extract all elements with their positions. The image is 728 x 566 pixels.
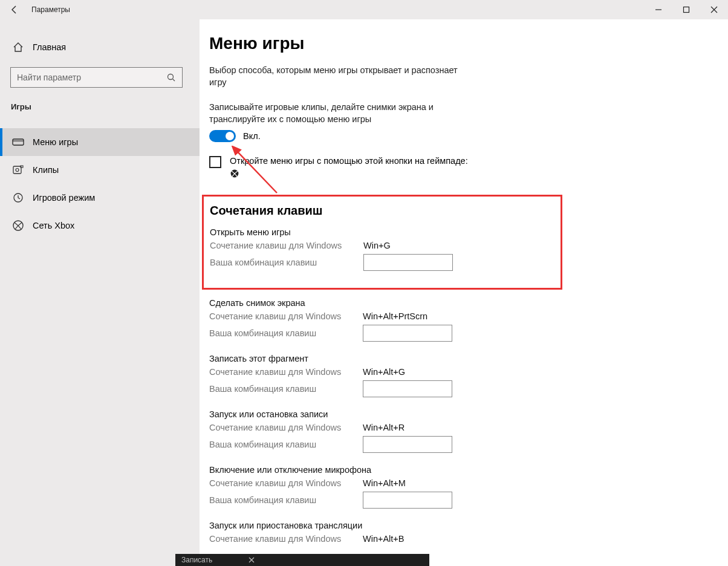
shortcut-custom-label: Ваша комбинация клавиш [209, 495, 363, 505]
shortcut-group-broadcast: Запуск или приостановка трансляции Сочет… [209, 521, 554, 544]
shortcut-custom-label: Ваша комбинация клавиш [210, 258, 363, 267]
gamebar-toggle-row: Вкл. [209, 130, 554, 142]
shortcut-windows-label: Сочетание клавиш для Windows [209, 423, 363, 432]
search-placeholder: Найти параметр [17, 73, 166, 82]
back-button[interactable] [0, 0, 29, 19]
close-button[interactable] [700, 0, 728, 19]
sidebar-item-clips[interactable]: Клипы [0, 156, 200, 184]
shortcut-custom-input[interactable] [363, 380, 452, 397]
search-icon [166, 73, 176, 82]
minimize-button[interactable] [645, 0, 672, 19]
taskbar-fragment: Записать [175, 554, 429, 566]
gamemode-icon [12, 192, 24, 204]
svg-rect-1 [684, 7, 689, 13]
titlebar: Параметры [0, 0, 728, 19]
shortcut-windows-value: Win+Alt+B [363, 534, 405, 544]
svg-rect-6 [13, 166, 21, 174]
shortcut-custom-input[interactable] [363, 492, 452, 509]
shortcut-group-open-gamebar: Открыть меню игры Сочетание клавиш для W… [210, 227, 552, 271]
shortcut-windows-value: Win+Alt+G [363, 367, 405, 377]
gamepad-open-row: Откройте меню игры с помощью этой кнопки… [209, 155, 554, 181]
taskbar-record-label: Записать [181, 556, 212, 564]
shortcut-windows-value: Win+Alt+M [363, 478, 406, 488]
shortcut-windows-label: Сочетание клавиш для Windows [209, 534, 363, 544]
sidebar-item-label: Игровой режим [33, 193, 95, 203]
shortcut-windows-label: Сочетание клавиш для Windows [210, 241, 363, 250]
xbox-gamepad-icon [230, 169, 239, 178]
shortcut-group-title: Запуск или остановка записи [209, 409, 554, 419]
intro-text: Выбор способа, которым меню игры открыва… [209, 64, 475, 89]
shortcut-custom-label: Ваша комбинация клавиш [209, 384, 363, 394]
sidebar-home[interactable]: Главная [0, 33, 200, 61]
shortcut-group-title: Включение или отключение микрофона [209, 465, 554, 475]
shortcut-custom-label: Ваша комбинация клавиш [209, 440, 363, 449]
shortcut-group-screenshot: Сделать снимок экрана Сочетание клавиш д… [209, 298, 554, 342]
taskbar-close-icon[interactable] [249, 557, 255, 563]
shortcut-group-mic-toggle: Включение или отключение микрофона Сочет… [209, 465, 554, 509]
toggle-state-label: Вкл. [243, 131, 261, 141]
shortcut-windows-value: Win+Alt+PrtScrn [363, 311, 427, 321]
page-title: Меню игры [209, 34, 554, 53]
sidebar-item-label: Клипы [33, 165, 59, 175]
window-controls [645, 0, 728, 19]
shortcut-group-record-that: Записать этот фрагмент Сочетание клавиш … [209, 354, 554, 397]
clips-icon [12, 164, 24, 176]
shortcut-windows-label: Сочетание клавиш для Windows [209, 478, 363, 488]
window-title: Параметры [29, 5, 70, 14]
shortcut-custom-input[interactable] [363, 325, 452, 342]
sidebar-category: Игры [0, 94, 200, 117]
gamepad-open-checkbox[interactable] [209, 156, 221, 168]
sidebar-item-game-mode[interactable]: Игровой режим [0, 184, 200, 212]
svg-rect-4 [13, 139, 24, 145]
shortcuts-heading: Сочетания клавиш [210, 204, 552, 218]
shortcut-windows-label: Сочетание клавиш для Windows [209, 311, 363, 321]
home-icon [12, 41, 24, 53]
shortcut-group-title: Запуск или приостановка трансляции [209, 521, 554, 530]
gamepad-open-label: Откройте меню игры с помощью этой кнопки… [230, 155, 468, 181]
sidebar-item-label: Сеть Xbox [33, 221, 74, 230]
gamebar-icon [12, 136, 24, 148]
sidebar-item-game-bar[interactable]: Меню игры [0, 128, 200, 156]
svg-point-2 [168, 74, 174, 80]
search-input[interactable]: Найти параметр [10, 67, 183, 88]
shortcut-group-start-stop-record: Запуск или остановка записи Сочетание кл… [209, 409, 554, 453]
gamebar-toggle[interactable] [209, 130, 236, 142]
shortcut-windows-label: Сочетание клавиш для Windows [209, 367, 363, 377]
shortcut-windows-value: Win+G [363, 241, 391, 250]
shortcut-group-title: Записать этот фрагмент [209, 354, 554, 363]
svg-line-3 [173, 79, 175, 82]
shortcut-custom-input[interactable] [363, 436, 452, 453]
svg-point-7 [16, 169, 19, 172]
shortcut-custom-label: Ваша комбинация клавиш [209, 328, 363, 338]
sidebar: Главная Найти параметр Игры Меню игры Кл… [0, 19, 200, 566]
content-pane: Меню игры Выбор способа, которым меню иг… [200, 19, 728, 566]
shortcut-custom-input[interactable] [363, 254, 453, 271]
shortcut-windows-value: Win+Alt+R [363, 423, 405, 432]
maximize-button[interactable] [672, 0, 700, 19]
shortcut-group-title: Сделать снимок экрана [209, 298, 554, 308]
toggle-description: Записывайте игровые клипы, делайте снимк… [209, 101, 469, 126]
xbox-icon [12, 220, 24, 232]
toggle-knob [226, 132, 234, 140]
sidebar-item-label: Меню игры [33, 137, 78, 147]
sidebar-home-label: Главная [33, 42, 66, 52]
sidebar-item-xbox-network[interactable]: Сеть Xbox [0, 212, 200, 239]
shortcuts-highlight-box: Сочетания клавиш Открыть меню игры Сочет… [202, 195, 562, 290]
shortcut-group-title: Открыть меню игры [210, 227, 552, 237]
